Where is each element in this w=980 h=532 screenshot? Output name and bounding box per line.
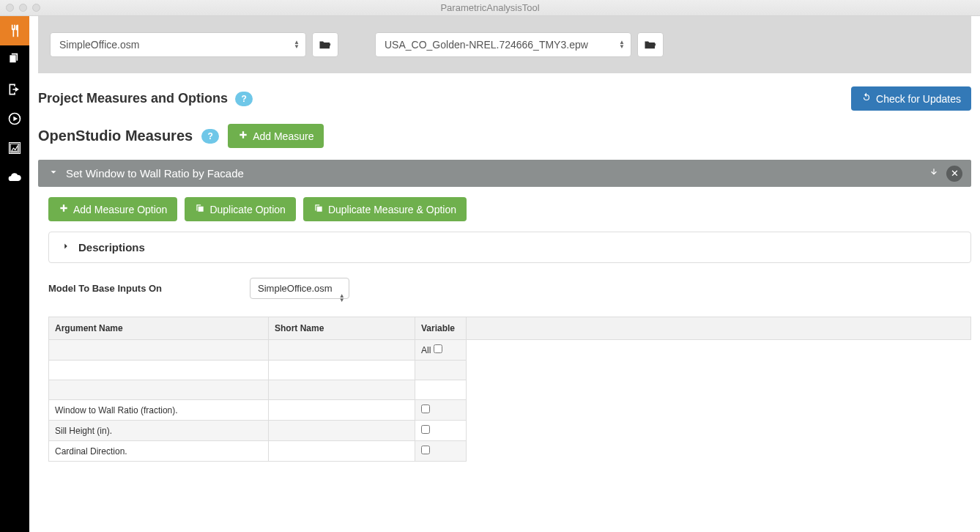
help-icon[interactable]: ? (201, 129, 219, 144)
export-icon (7, 82, 22, 97)
select-arrows-icon: ▲▼ (294, 40, 300, 49)
add-measure-option-label: Add Measure Option (73, 204, 167, 215)
sidebar-item-copies[interactable] (0, 45, 29, 75)
documents-icon (7, 53, 22, 67)
all-label: All (421, 345, 431, 355)
help-icon[interactable]: ? (235, 92, 253, 106)
duplicate-option-label: Duplicate Option (209, 204, 286, 215)
main-content: SimpleOffice.osm ▲▼ USA_CO_Golden-NREL.7… (29, 16, 980, 532)
sidebar-item-export[interactable] (0, 75, 29, 104)
cell-short (269, 380, 415, 400)
copy-icon (313, 203, 324, 215)
sidebar-item-reports[interactable] (0, 133, 29, 163)
cell-empty (467, 400, 971, 421)
model-file-value: SimpleOffice.osm (59, 39, 139, 51)
descriptions-label: Descriptions (78, 241, 145, 254)
cell-short (269, 361, 415, 380)
cell-arg (49, 380, 269, 400)
cell-arg: Sill Height (in). (49, 421, 269, 441)
cell-short (269, 421, 415, 441)
play-circle-icon (7, 111, 22, 126)
col-options (467, 317, 971, 340)
utensils-icon (7, 23, 22, 38)
cell-var (415, 421, 467, 441)
plus-icon (59, 203, 69, 215)
cell-empty (467, 421, 971, 441)
col-short-name: Short Name (269, 317, 415, 340)
duplicate-measure-option-label: Duplicate Measure & Option (328, 204, 456, 215)
col-variable: Variable (415, 317, 467, 340)
cell-arg (49, 361, 269, 380)
chart-icon (7, 141, 22, 155)
arguments-table: Argument Name Short Name Variable All Wi… (48, 317, 971, 462)
duplicate-option-button[interactable]: Duplicate Option (185, 197, 296, 221)
window-titlebar: ParametricAnalysisTool (0, 0, 980, 16)
section-heading-text: Project Measures and Options (38, 91, 228, 106)
cell-arg: Window to Wall Ratio (fraction). (49, 400, 269, 421)
measure-title: Set Window to Wall Ratio by Facade (66, 167, 244, 180)
cell-empty (467, 361, 971, 380)
cell-short (269, 441, 415, 462)
sidebar-item-run[interactable] (0, 104, 29, 133)
cell-short (269, 400, 415, 421)
plus-icon (238, 130, 248, 142)
chevron-right-icon (61, 241, 71, 254)
cell-empty (467, 340, 971, 361)
open-model-button[interactable] (312, 32, 338, 57)
table-row: Sill Height (in). (49, 421, 971, 441)
sidebar-item-cloud[interactable] (0, 163, 29, 192)
col-argument-name: Argument Name (49, 317, 269, 340)
add-measure-label: Add Measure (253, 130, 313, 142)
duplicate-measure-option-button[interactable]: Duplicate Measure & Option (303, 197, 467, 221)
model-file-select[interactable]: SimpleOffice.osm ▲▼ (50, 32, 306, 57)
cell-var (415, 441, 467, 462)
select-arrows-icon: ▲▼ (339, 294, 345, 303)
window-title: ParametricAnalysisTool (0, 2, 980, 13)
refresh-icon (861, 92, 872, 105)
model-base-value: SimpleOffice.osm (258, 283, 333, 294)
model-base-label: Model To Base Inputs On (48, 283, 162, 294)
open-weather-button[interactable] (637, 32, 664, 57)
select-arrows-icon: ▲▼ (619, 40, 625, 49)
weather-file-value: USA_CO_Golden-NREL.724666_TMY3.epw (385, 39, 588, 51)
variable-checkbox[interactable] (421, 446, 430, 454)
cell-empty (467, 441, 971, 462)
add-measure-button[interactable]: Add Measure (228, 124, 324, 148)
descriptions-toggle[interactable]: Descriptions (48, 232, 971, 263)
variable-checkbox[interactable] (421, 404, 430, 413)
folder-open-icon (319, 40, 332, 50)
check-updates-label: Check for Updates (876, 93, 961, 105)
cloud-icon (7, 170, 22, 185)
copy-icon (195, 203, 205, 215)
table-row (49, 361, 971, 380)
table-row: Cardinal Direction. (49, 441, 971, 462)
remove-measure-button[interactable]: ✕ (946, 166, 962, 182)
add-measure-option-button[interactable]: Add Measure Option (48, 197, 177, 221)
cell-arg: Cardinal Direction. (49, 441, 269, 462)
folder-open-icon (644, 40, 657, 50)
cell-var (415, 380, 467, 400)
openstudio-heading: OpenStudio Measures (38, 128, 193, 144)
section-heading: Project Measures and Options ? (38, 91, 253, 106)
model-base-select[interactable]: SimpleOffice.osm ▲▼ (250, 278, 349, 299)
move-down-icon[interactable] (929, 167, 939, 180)
measure-header[interactable]: Set Window to Wall Ratio by Facade ✕ (38, 160, 971, 187)
chevron-down-icon (48, 167, 59, 180)
table-row: Window to Wall Ratio (fraction). (49, 400, 971, 421)
cell-var (415, 361, 467, 380)
table-header-row-all: All (49, 340, 971, 361)
variable-all-checkbox[interactable] (434, 344, 442, 353)
variable-checkbox[interactable] (421, 425, 430, 434)
sidebar (0, 16, 29, 532)
sidebar-item-design[interactable] (0, 16, 29, 45)
cell-empty (467, 380, 971, 400)
file-toolbar: SimpleOffice.osm ▲▼ USA_CO_Golden-NREL.7… (38, 16, 971, 73)
weather-file-select[interactable]: USA_CO_Golden-NREL.724666_TMY3.epw ▲▼ (375, 32, 631, 57)
cell-short (269, 340, 415, 361)
check-updates-button[interactable]: Check for Updates (851, 86, 971, 111)
cell-var-all: All (415, 340, 467, 361)
cell-var (415, 400, 467, 421)
cell-arg (49, 340, 269, 361)
table-row (49, 380, 971, 400)
